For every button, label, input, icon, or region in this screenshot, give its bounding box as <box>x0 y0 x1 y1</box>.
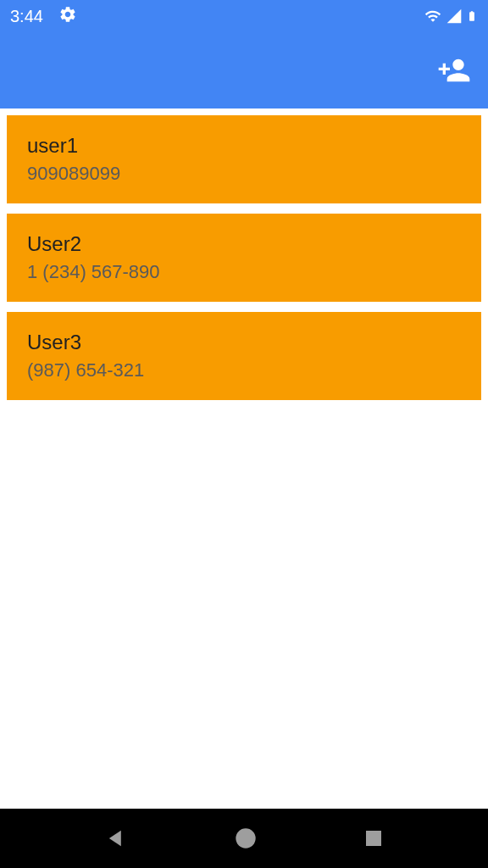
navigation-bar <box>0 809 488 868</box>
contact-name: User3 <box>27 331 461 354</box>
contact-name: user1 <box>27 134 461 158</box>
list-item[interactable]: user1 909089099 <box>7 115 481 203</box>
wifi-icon <box>424 8 442 25</box>
status-left: 3:44 <box>10 5 77 28</box>
battery-icon <box>466 7 478 25</box>
svg-rect-1 <box>366 831 381 846</box>
status-right <box>424 7 478 25</box>
back-button[interactable] <box>104 826 128 850</box>
status-bar: 3:44 <box>0 0 488 32</box>
contacts-list: user1 909089099 User2 1 (234) 567-890 Us… <box>0 108 488 417</box>
recent-apps-button[interactable] <box>363 828 384 849</box>
svg-point-0 <box>236 828 255 848</box>
list-item[interactable]: User2 1 (234) 567-890 <box>7 214 481 302</box>
contact-phone: 909089099 <box>27 163 461 185</box>
gear-icon <box>58 5 77 28</box>
status-time: 3:44 <box>10 7 43 26</box>
app-bar <box>0 32 488 108</box>
add-contact-button[interactable] <box>437 53 471 87</box>
signal-icon <box>446 8 463 25</box>
home-button[interactable] <box>234 826 258 850</box>
contact-phone: 1 (234) 567-890 <box>27 261 461 283</box>
list-item[interactable]: User3 (987) 654-321 <box>7 312 481 400</box>
contact-phone: (987) 654-321 <box>27 359 461 381</box>
contact-name: User2 <box>27 232 461 256</box>
